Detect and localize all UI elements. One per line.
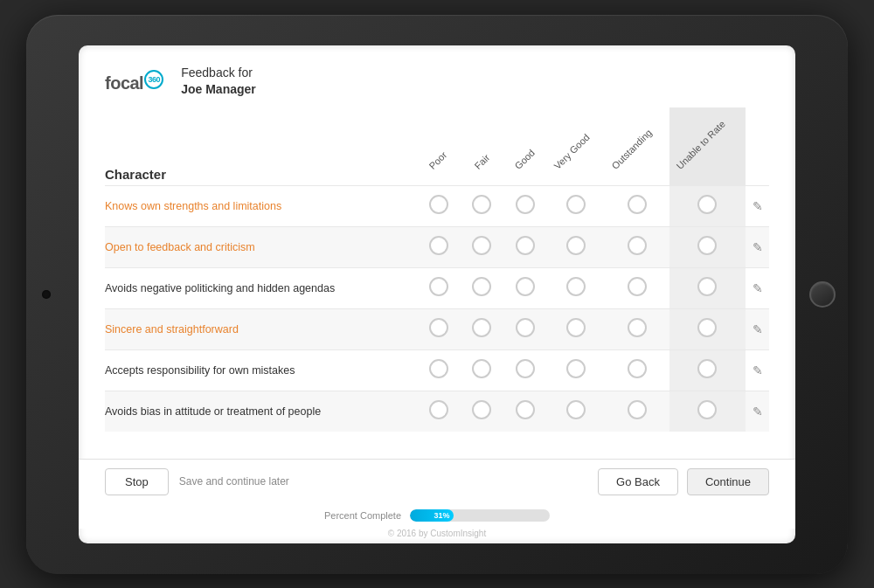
comment-icon-4[interactable]: ✎ <box>753 322 763 336</box>
radio-unable-6[interactable] <box>669 391 746 432</box>
radio-poor-6[interactable] <box>417 391 461 432</box>
radio-good-1[interactable] <box>503 186 547 227</box>
radio-poor-circle-6[interactable] <box>429 400 448 419</box>
radio-outstanding-6[interactable] <box>605 391 669 432</box>
radio-unable-circle-5[interactable] <box>697 359 717 378</box>
radio-unable-1[interactable] <box>669 186 746 227</box>
radio-fair-3[interactable] <box>461 268 503 309</box>
radio-outstanding-circle-4[interactable] <box>628 318 647 337</box>
radio-poor-circle-1[interactable] <box>429 195 448 214</box>
radio-unable-4[interactable] <box>669 309 746 350</box>
radio-outstanding-circle-6[interactable] <box>628 400 647 419</box>
comment-icon-cell-6[interactable]: ✎ <box>746 391 769 432</box>
radio-fair-4[interactable] <box>461 309 503 350</box>
radio-poor-circle-4[interactable] <box>429 318 448 337</box>
radio-fair-circle-1[interactable] <box>472 195 491 214</box>
col-unable-label: Unable to Rate <box>674 119 726 171</box>
radio-very-good-4[interactable] <box>547 309 605 350</box>
radio-fair-2[interactable] <box>461 227 503 268</box>
radio-outstanding-circle-3[interactable] <box>628 277 647 296</box>
comment-icon-2[interactable]: ✎ <box>753 240 763 254</box>
header-line1: Feedback for <box>181 65 256 82</box>
radio-very-good-6[interactable] <box>547 391 605 432</box>
radio-very-good-circle-4[interactable] <box>566 318 586 337</box>
radio-poor-5[interactable] <box>417 350 461 391</box>
radio-fair-6[interactable] <box>461 391 503 432</box>
col-very-good-label: Very Good <box>552 132 592 171</box>
radio-unable-circle-6[interactable] <box>697 400 717 419</box>
radio-fair-circle-4[interactable] <box>472 318 491 337</box>
comment-icon-cell-5[interactable]: ✎ <box>746 350 769 391</box>
comment-icon-cell-2[interactable]: ✎ <box>746 227 769 268</box>
radio-very-good-circle-3[interactable] <box>566 277 586 296</box>
radio-good-4[interactable] <box>503 309 547 350</box>
radio-fair-5[interactable] <box>461 350 503 391</box>
stop-button[interactable]: Stop <box>105 468 169 495</box>
radio-poor-2[interactable] <box>417 227 461 268</box>
radio-very-good-circle-1[interactable] <box>566 195 586 214</box>
logo: focal360 <box>105 70 163 93</box>
radio-poor-circle-2[interactable] <box>429 236 448 255</box>
radio-outstanding-1[interactable] <box>605 186 669 227</box>
col-poor-header: Poor <box>417 107 461 186</box>
radio-unable-3[interactable] <box>669 268 746 309</box>
tablet-home-button[interactable] <box>809 281 836 308</box>
radio-very-good-circle-2[interactable] <box>566 236 586 255</box>
radio-good-circle-3[interactable] <box>516 277 535 296</box>
radio-fair-circle-6[interactable] <box>472 400 491 419</box>
radio-unable-circle-3[interactable] <box>697 277 717 296</box>
radio-good-2[interactable] <box>503 227 547 268</box>
radio-outstanding-circle-1[interactable] <box>628 195 647 214</box>
radio-poor-1[interactable] <box>417 186 461 227</box>
radio-outstanding-2[interactable] <box>605 227 669 268</box>
copyright-text: © 2016 by CustomInsight <box>79 529 795 543</box>
comment-icon-cell-1[interactable]: ✎ <box>746 186 769 227</box>
go-back-button[interactable]: Go Back <box>598 468 678 495</box>
radio-outstanding-4[interactable] <box>605 309 669 350</box>
radio-good-circle-1[interactable] <box>516 195 535 214</box>
radio-poor-circle-5[interactable] <box>429 359 448 378</box>
radio-poor-4[interactable] <box>417 309 461 350</box>
radio-unable-2[interactable] <box>669 227 746 268</box>
radio-good-circle-6[interactable] <box>516 400 535 419</box>
radio-good-6[interactable] <box>503 391 547 432</box>
radio-good-circle-5[interactable] <box>516 359 535 378</box>
comment-icon-cell-3[interactable]: ✎ <box>746 268 769 309</box>
radio-good-3[interactable] <box>503 268 547 309</box>
radio-very-good-circle-5[interactable] <box>566 359 586 378</box>
radio-fair-1[interactable] <box>461 186 503 227</box>
radio-fair-circle-3[interactable] <box>472 277 491 296</box>
radio-very-good-2[interactable] <box>547 227 605 268</box>
radio-very-good-5[interactable] <box>547 350 605 391</box>
radio-poor-circle-3[interactable] <box>429 277 448 296</box>
radio-unable-circle-1[interactable] <box>697 195 717 214</box>
radio-outstanding-circle-5[interactable] <box>628 359 647 378</box>
question-text: Avoids negative politicking and hidden a… <box>105 268 417 309</box>
col-poor-label: Poor <box>427 149 449 171</box>
radio-fair-circle-5[interactable] <box>472 359 491 378</box>
comment-icon-cell-4[interactable]: ✎ <box>746 309 769 350</box>
radio-very-good-1[interactable] <box>547 186 605 227</box>
comment-icon-5[interactable]: ✎ <box>753 363 763 377</box>
comment-icon-3[interactable]: ✎ <box>753 281 763 295</box>
radio-unable-5[interactable] <box>669 350 746 391</box>
radio-outstanding-circle-2[interactable] <box>628 236 647 255</box>
radio-good-5[interactable] <box>503 350 547 391</box>
radio-unable-circle-2[interactable] <box>697 236 717 255</box>
radio-good-circle-4[interactable] <box>516 318 535 337</box>
footer-right: Go Back Continue <box>598 468 769 495</box>
radio-outstanding-5[interactable] <box>605 350 669 391</box>
radio-outstanding-3[interactable] <box>605 268 669 309</box>
radio-very-good-circle-6[interactable] <box>566 400 586 419</box>
question-text: Sincere and straightforward <box>105 309 417 350</box>
radio-very-good-3[interactable] <box>547 268 605 309</box>
radio-fair-circle-2[interactable] <box>472 236 491 255</box>
continue-button[interactable]: Continue <box>687 468 769 495</box>
radio-good-circle-2[interactable] <box>516 236 535 255</box>
comment-icon-1[interactable]: ✎ <box>753 199 763 213</box>
comment-icon-6[interactable]: ✎ <box>753 405 763 419</box>
radio-poor-3[interactable] <box>417 268 461 309</box>
rating-table-section: Character Poor Fair Good <box>105 107 769 445</box>
tablet-camera <box>42 290 51 299</box>
radio-unable-circle-4[interactable] <box>697 318 717 337</box>
